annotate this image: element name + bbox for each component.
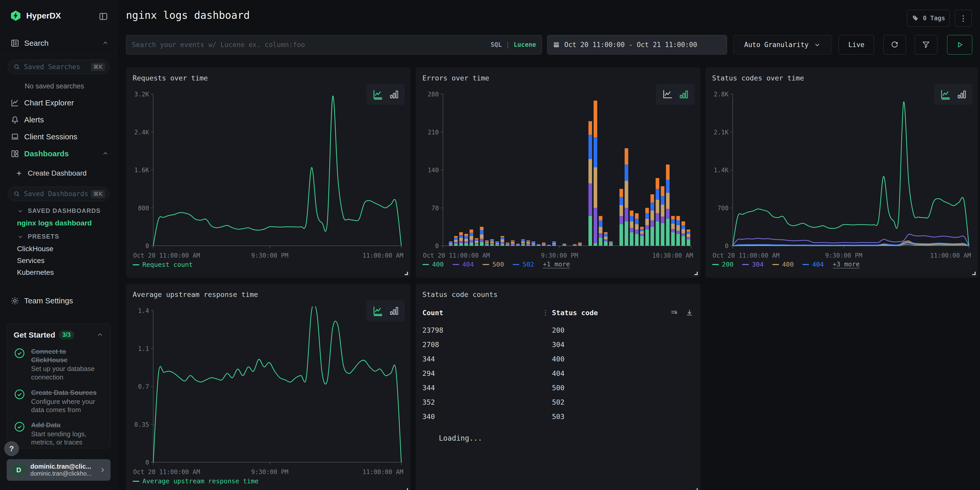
time-range-picker[interactable]: Oct 20 11:00:00 - Oct 21 11:00:00 bbox=[547, 35, 727, 54]
svg-text:Oct 20 11:00:00 AM: Oct 20 11:00:00 AM bbox=[713, 252, 780, 259]
saved-dashboards-label: SAVED DASHBOARDS bbox=[28, 207, 101, 215]
legend-item[interactable]: Average upstream response time bbox=[133, 477, 259, 485]
table-row[interactable]: 23798200 bbox=[422, 323, 694, 337]
sidebar-item-search[interactable]: Search bbox=[10, 38, 109, 49]
wrap-lines-icon[interactable] bbox=[670, 309, 678, 317]
legend-more-link[interactable]: +3 more bbox=[833, 261, 860, 268]
legend-item[interactable]: 404 bbox=[452, 261, 474, 268]
legend-item[interactable]: 400 bbox=[772, 261, 794, 268]
table-row[interactable]: 344400 bbox=[422, 352, 694, 366]
shortcut-badge: ⌘K bbox=[91, 190, 105, 198]
svg-text:2.8K: 2.8K bbox=[714, 91, 729, 98]
saved-dashboards-group[interactable]: SAVED DASHBOARDS bbox=[17, 207, 101, 215]
legend-item[interactable]: 304 bbox=[742, 261, 764, 268]
user-email: dominic.tran@clickho... bbox=[30, 470, 92, 477]
search-section-icon bbox=[10, 38, 19, 48]
user-menu[interactable]: D dominic.tran@clic... dominic.tran@clic… bbox=[7, 459, 111, 481]
get-started-item[interactable]: Add Data Start sending logs, metrics, or… bbox=[14, 421, 103, 447]
saved-dashboards-input[interactable] bbox=[24, 190, 91, 198]
panel-title: Errors over time bbox=[422, 74, 489, 82]
sidebar-item-dashboards[interactable]: Dashboards bbox=[10, 149, 109, 158]
legend-item[interactable]: 200 bbox=[712, 261, 733, 268]
svg-text:11:00:00 AM: 11:00:00 AM bbox=[363, 252, 403, 259]
svg-text:0: 0 bbox=[435, 242, 439, 250]
cell-count: 344 bbox=[422, 384, 542, 392]
panel-avg-upstream-response: Average upstream response time 1.41.10.7… bbox=[126, 284, 410, 490]
legend-more-link[interactable]: +1 more bbox=[543, 261, 570, 268]
sidebar-item-alerts[interactable]: Alerts bbox=[10, 115, 109, 124]
svg-text:700: 700 bbox=[718, 205, 729, 212]
get-started-card: Get Started 3/3 Connect to ClickHouse Se… bbox=[7, 323, 111, 449]
column-header-count[interactable]: Count bbox=[422, 309, 542, 317]
chart-explorer-icon bbox=[10, 98, 19, 107]
more-options-button[interactable]: ⋮ bbox=[955, 10, 972, 27]
legend-item[interactable]: 400 bbox=[422, 261, 444, 268]
event-search-bar[interactable]: SQL | Lucene bbox=[126, 35, 542, 54]
status-codes-chart: 2.8K2.1K1.4K7000Oct 20 11:00:00 AM9:30:0… bbox=[712, 90, 972, 262]
resize-handle[interactable] bbox=[972, 272, 976, 275]
sidebar-item-kubernetes[interactable]: Kubernetes bbox=[17, 268, 54, 277]
sql-toggle[interactable]: SQL bbox=[490, 41, 501, 48]
table-row[interactable]: 2708304 bbox=[422, 337, 694, 352]
brand-name: HyperDX bbox=[26, 11, 61, 21]
hyperdx-dashboard-app: { "brand": { "name": "HyperDX", "accent"… bbox=[0, 0, 980, 490]
gear-icon bbox=[10, 296, 19, 305]
chevron-down-icon bbox=[814, 41, 821, 48]
lucene-toggle[interactable]: Lucene bbox=[514, 41, 536, 48]
event-search-input[interactable] bbox=[132, 41, 490, 49]
sidebar-item-nginx-dashboard[interactable]: nginx logs dashboard bbox=[17, 219, 92, 227]
table-row[interactable]: 344500 bbox=[422, 380, 694, 395]
svg-text:9:30:00 PM: 9:30:00 PM bbox=[251, 252, 288, 259]
sidebar-item-services[interactable]: Services bbox=[17, 256, 45, 265]
column-header-status-code[interactable]: Status code bbox=[552, 309, 598, 317]
legend-item[interactable]: 404 bbox=[802, 261, 824, 268]
saved-searches-search[interactable]: ⌘K bbox=[8, 60, 110, 74]
resize-handle[interactable] bbox=[405, 488, 408, 490]
legend-item[interactable]: Request count bbox=[133, 261, 193, 268]
get-started-item[interactable]: Connect to ClickHouse Set up your databa… bbox=[14, 347, 103, 381]
resize-handle[interactable] bbox=[694, 272, 698, 275]
sidebar-item-client-sessions[interactable]: Client Sessions bbox=[10, 132, 109, 142]
column-drag-handle[interactable]: ⋮ bbox=[542, 309, 552, 317]
sidebar-item-clickhouse[interactable]: ClickHouse bbox=[17, 245, 54, 253]
svg-text:10:30:00 AM: 10:30:00 AM bbox=[652, 252, 693, 259]
live-button[interactable]: Live bbox=[838, 35, 874, 54]
get-started-badge: 3/3 bbox=[59, 330, 74, 339]
run-query-button[interactable] bbox=[947, 35, 972, 54]
saved-searches-input[interactable] bbox=[24, 63, 91, 71]
help-button[interactable]: ? bbox=[4, 441, 19, 456]
svg-text:11:00:00 AM: 11:00:00 AM bbox=[363, 468, 403, 476]
resize-handle[interactable] bbox=[405, 272, 408, 275]
sidebar-item-team-settings[interactable]: Team Settings bbox=[10, 296, 73, 305]
legend-item[interactable]: 500 bbox=[482, 261, 504, 268]
get-started-item-desc: Start sending logs, metrics, or traces bbox=[31, 430, 103, 447]
divider bbox=[0, 54, 117, 54]
panel-status-codes-over-time: Status codes over time 2.8K2.1K1.4K7000O… bbox=[705, 67, 978, 278]
get-started-item-title: Connect to ClickHouse bbox=[31, 347, 103, 364]
svg-text:0: 0 bbox=[145, 459, 149, 466]
chevron-up-icon[interactable] bbox=[96, 331, 103, 339]
sidebar-item-chart-explorer[interactable]: Chart Explorer bbox=[10, 98, 109, 107]
filter-icon bbox=[922, 40, 931, 49]
presets-group[interactable]: PRESETS bbox=[17, 233, 59, 240]
brand-row[interactable]: HyperDX bbox=[10, 9, 61, 22]
filter-button[interactable] bbox=[915, 35, 937, 54]
plus-icon bbox=[16, 170, 22, 177]
saved-dashboards-search[interactable]: ⌘K bbox=[8, 187, 110, 201]
svg-text:2.4K: 2.4K bbox=[134, 129, 149, 136]
table-row[interactable]: 340503 bbox=[422, 409, 694, 424]
table-row[interactable]: 294404 bbox=[422, 366, 694, 380]
granularity-select[interactable]: Auto Granularity bbox=[733, 35, 832, 54]
resize-handle[interactable] bbox=[694, 488, 698, 490]
get-started-item[interactable]: Create Data Sources Configure where your… bbox=[14, 388, 103, 414]
create-dashboard-button[interactable]: Create Dashboard bbox=[16, 169, 87, 177]
legend-item[interactable]: 502 bbox=[512, 261, 534, 268]
download-icon[interactable] bbox=[686, 309, 694, 317]
table-row[interactable]: 352502 bbox=[422, 395, 694, 409]
get-started-item-title: Create Data Sources bbox=[31, 388, 103, 397]
refresh-button[interactable] bbox=[883, 35, 906, 54]
collapse-sidebar-icon[interactable] bbox=[98, 12, 108, 21]
tags-button[interactable]: 0 Tags bbox=[907, 10, 950, 27]
svg-text:140: 140 bbox=[428, 167, 439, 174]
panel-title: Status codes over time bbox=[712, 74, 804, 82]
